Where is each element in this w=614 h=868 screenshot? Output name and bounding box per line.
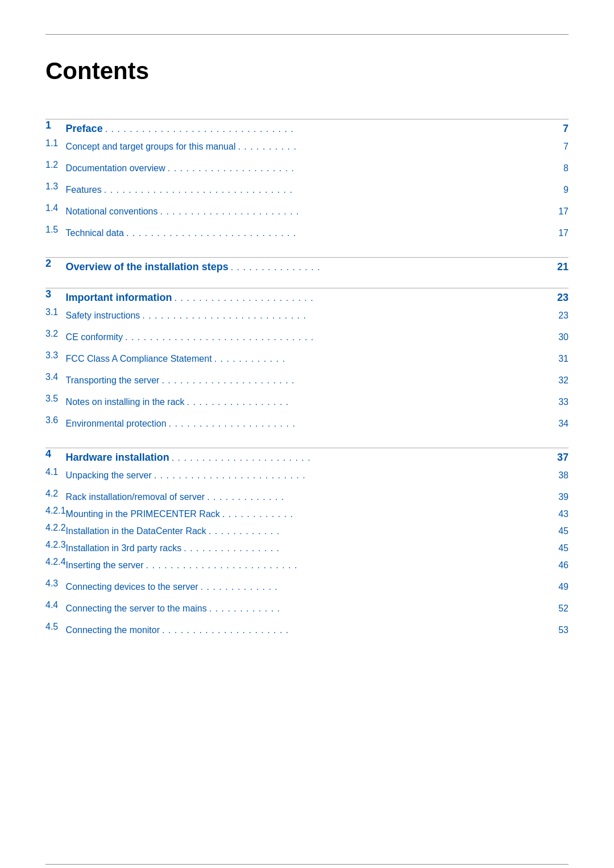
toc-small-spacer xyxy=(45,242,569,246)
toc-number: 3.1 xyxy=(45,307,66,324)
toc-page-number: 8 xyxy=(546,160,569,177)
toc-dots: . . . . . . . . . . . . . . . xyxy=(229,262,544,272)
toc-title-cell: Connecting devices to the server . . . .… xyxy=(66,578,569,596)
toc-number: 2 xyxy=(45,258,66,277)
toc-dots: . . . . . . . . . . . . . . . . . xyxy=(185,397,544,407)
toc-number: 4.2 xyxy=(45,489,66,506)
toc-entry-title: Notes on installing in the rack xyxy=(66,394,185,411)
toc-entry-title: Transporting the server xyxy=(66,372,160,389)
toc-row: 1.4Notational conventions . . . . . . . … xyxy=(45,203,569,220)
toc-number: 1.5 xyxy=(45,225,66,242)
toc-number: 4.1 xyxy=(45,467,66,484)
toc-spacer xyxy=(45,437,569,448)
toc-row: 3.3FCC Class A Compliance Statement . . … xyxy=(45,350,569,367)
toc-sub-title-cell: Mounting in the PRIMECENTER Rack . . . .… xyxy=(66,506,569,523)
toc-sub-page-number: 45 xyxy=(546,523,569,540)
toc-row: 1Preface . . . . . . . . . . . . . . . .… xyxy=(45,119,569,138)
toc-number: 3.5 xyxy=(45,394,66,411)
toc-page-number: 7 xyxy=(546,138,569,155)
page-footer: RX600 S4 Operating manual xyxy=(45,864,569,868)
toc-entry-title: Important information xyxy=(66,288,172,307)
toc-number: 3.4 xyxy=(45,372,66,389)
toc-dots: . . . . . . . . . . . . . . . . . . . . … xyxy=(123,332,544,342)
toc-title-cell: CE conformity . . . . . . . . . . . . . … xyxy=(66,329,569,346)
toc-dots: . . . . . . . . . . . . . . . . . . . . … xyxy=(152,470,544,481)
toc-title-cell: Hardware installation . . . . . . . . . … xyxy=(66,448,569,468)
toc-title-cell: Concept and target groups for this manua… xyxy=(66,138,569,155)
toc-entry-title: FCC Class A Compliance Statement xyxy=(66,350,212,367)
toc-small-spacer xyxy=(45,177,569,181)
toc-small-spacer xyxy=(45,346,569,350)
toc-entry-title: Overview of the installation steps xyxy=(66,258,229,276)
toc-sub-entry-title: Inserting the server xyxy=(66,557,144,574)
toc-sub-dots: . . . . . . . . . . . . xyxy=(206,526,544,536)
toc-small-spacer xyxy=(45,324,569,329)
toc-small-spacer xyxy=(45,199,569,203)
toc-small-spacer xyxy=(45,574,569,578)
toc-dots: . . . . . . . . . . . . . xyxy=(198,582,544,592)
toc-sub-entry-title: Mounting in the PRIMECENTER Rack xyxy=(66,506,220,523)
toc-entry-title: Notational conventions xyxy=(66,203,158,220)
toc-small-spacer xyxy=(45,617,569,622)
page-title: Contents xyxy=(45,57,569,85)
toc-dots: . . . . . . . . . . . . xyxy=(212,354,544,364)
toc-sub-number: 4.2.1 xyxy=(45,506,66,523)
toc-title-cell: FCC Class A Compliance Statement . . . .… xyxy=(66,350,569,367)
toc-page-number: 52 xyxy=(546,600,569,617)
toc-entry-title: Documentation overview xyxy=(66,160,165,177)
toc-sub-entry-title: Installation in 3rd party racks xyxy=(66,540,182,557)
toc-small-spacer xyxy=(45,411,569,415)
toc-spacer xyxy=(45,108,569,119)
toc-title-cell: Connecting the monitor . . . . . . . . .… xyxy=(66,622,569,639)
toc-table: 1Preface . . . . . . . . . . . . . . . .… xyxy=(45,108,569,643)
toc-entry-title: Features xyxy=(66,181,102,199)
toc-page-number: 17 xyxy=(546,225,569,242)
toc-row: 3.4Transporting the server . . . . . . .… xyxy=(45,372,569,389)
toc-small-spacer xyxy=(45,639,569,643)
toc-number: 4.4 xyxy=(45,600,66,617)
toc-sub-title-cell: Inserting the server . . . . . . . . . .… xyxy=(66,557,569,574)
toc-dots: . . . . . . . . . . . . . . . . . . . . … xyxy=(103,124,544,134)
toc-row: 4.1Unpacking the server . . . . . . . . … xyxy=(45,467,569,484)
toc-row: 1.2Documentation overview . . . . . . . … xyxy=(45,160,569,177)
toc-row: 3Important information . . . . . . . . .… xyxy=(45,288,569,307)
toc-number: 4.3 xyxy=(45,578,66,596)
toc-page-number: 37 xyxy=(546,448,569,467)
toc-sub-page-number: 45 xyxy=(546,540,569,557)
toc-number: 1.2 xyxy=(45,160,66,177)
toc-row: 4.5Connecting the monitor . . . . . . . … xyxy=(45,622,569,639)
toc-sub-row: 4.2.4Inserting the server . . . . . . . … xyxy=(45,557,569,574)
toc-title-cell: Notes on installing in the rack . . . . … xyxy=(66,394,569,411)
toc-row: 3.1Safety instructions . . . . . . . . .… xyxy=(45,307,569,324)
toc-spacer xyxy=(45,246,569,258)
toc-title-cell: Overview of the installation steps . . .… xyxy=(66,258,569,277)
toc-number: 1.3 xyxy=(45,181,66,199)
toc-number: 3.2 xyxy=(45,329,66,346)
toc-entry-title: Connecting devices to the server xyxy=(66,578,198,596)
toc-page-number: 38 xyxy=(546,467,569,484)
toc-number: 3.6 xyxy=(45,415,66,432)
toc-page-number: 32 xyxy=(546,372,569,389)
toc-row: 2Overview of the installation steps . . … xyxy=(45,258,569,277)
toc-page-number: 17 xyxy=(546,203,569,220)
toc-sub-dots: . . . . . . . . . . . . xyxy=(220,509,544,519)
toc-number: 4.5 xyxy=(45,622,66,639)
toc-title-cell: Documentation overview . . . . . . . . .… xyxy=(66,160,569,177)
toc-title-cell: Safety instructions . . . . . . . . . . … xyxy=(66,307,569,324)
toc-entry-title: Unpacking the server xyxy=(66,467,152,484)
toc-spacer xyxy=(45,276,569,288)
toc-dots: . . . . . . . . . . . . . xyxy=(205,492,544,502)
toc-page-number: 7 xyxy=(546,119,569,138)
toc-dots: . . . . . . . . . . . . . . . . . . . . … xyxy=(124,228,544,238)
toc-dots: . . . . . . . . . . . . . . . . . . . . … xyxy=(140,311,544,321)
toc-number: 3 xyxy=(45,288,66,307)
toc-dots: . . . . . . . . . . . . . . . . . . . . … xyxy=(159,375,544,386)
toc-page-number: 9 xyxy=(546,181,569,199)
toc-small-spacer xyxy=(45,220,569,225)
toc-sub-title-cell: Installation in 3rd party racks . . . . … xyxy=(66,540,569,557)
toc-title-cell: Connecting the server to the mains . . .… xyxy=(66,600,569,617)
toc-entry-title: Rack installation/removal of server xyxy=(66,489,205,506)
toc-title-cell: Environmental protection . . . . . . . .… xyxy=(66,415,569,432)
toc-small-spacer xyxy=(45,155,569,160)
toc-page-number: 30 xyxy=(546,329,569,346)
